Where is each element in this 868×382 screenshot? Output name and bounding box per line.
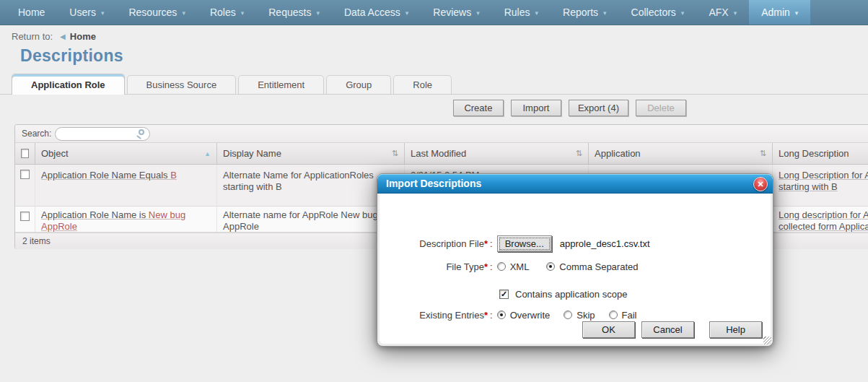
cancel-button[interactable]: Cancel <box>641 321 694 338</box>
tab-application-role[interactable]: Application Role <box>12 74 125 95</box>
nav-item-label: Home <box>18 6 45 18</box>
application-scope-row: ✓ Contains application scope <box>380 285 760 303</box>
create-button[interactable]: Create <box>453 100 504 116</box>
row-checkbox[interactable] <box>20 212 30 221</box>
search-box <box>55 127 150 141</box>
nav-item-users[interactable]: Users▾ <box>57 0 116 25</box>
nav-item-label: Roles <box>210 6 236 18</box>
description-file-label: Description File <box>419 238 484 249</box>
nav-item-admin[interactable]: Admin▾ <box>749 0 810 25</box>
nav-item-reports[interactable]: Reports▾ <box>551 0 619 25</box>
sort-icon: ⇅ <box>576 149 582 158</box>
tab-group[interactable]: Group <box>326 75 391 94</box>
selected-filename: approle_desc1.csv.txt <box>560 238 650 249</box>
close-icon[interactable]: ✕ <box>753 177 768 191</box>
browse-button[interactable]: Browse... <box>497 235 552 252</box>
column-header-application[interactable]: Application⇅ <box>589 143 773 164</box>
radio-skip[interactable] <box>564 311 572 319</box>
breadcrumb-home-link[interactable]: Home <box>70 31 96 42</box>
row-checkbox[interactable] <box>20 170 30 179</box>
existing-entries-option-skip[interactable]: Skip <box>564 310 595 321</box>
column-header-display-name[interactable]: Display Name⇅ <box>217 143 405 164</box>
nav-item-label: AFX <box>709 6 728 18</box>
export-button[interactable]: Export (4) <box>569 100 628 116</box>
file-type-option-xml[interactable]: XML <box>497 261 530 272</box>
dialog-title: Import Descriptions <box>386 178 481 189</box>
required-mark: * <box>484 238 488 249</box>
import-descriptions-dialog: Import Descriptions ✕ Description File* … <box>377 173 773 347</box>
nav-item-reviews[interactable]: Reviews▾ <box>421 0 491 25</box>
select-all-checkbox-cell <box>15 143 35 164</box>
chevron-down-icon: ▾ <box>241 8 245 17</box>
nav-item-label: Reviews <box>433 6 471 18</box>
chevron-down-icon: ▾ <box>101 8 105 17</box>
column-header-object[interactable]: Object▲ <box>35 143 217 164</box>
nav-item-data-access[interactable]: Data Access▾ <box>332 0 421 25</box>
column-header-long-description[interactable]: Long Description <box>773 143 868 164</box>
label-colon: : <box>490 310 493 321</box>
search-label: Search: <box>22 129 51 139</box>
label-colon: : <box>490 261 493 272</box>
nav-item-requests[interactable]: Requests▾ <box>256 0 332 25</box>
select-all-checkbox[interactable] <box>21 149 29 158</box>
dialog-title-bar[interactable]: Import Descriptions <box>377 174 773 194</box>
sort-ascending-icon: ▲ <box>204 150 211 157</box>
nav-item-label: Data Access <box>344 6 400 18</box>
object-link[interactable]: B <box>170 170 177 181</box>
required-mark: * <box>484 310 488 321</box>
tab-strip: Application Role Business Source Entitle… <box>0 75 868 95</box>
long-description-cell: Long description for App collected form … <box>773 207 868 232</box>
existing-entries-option-fail[interactable]: Fail <box>609 310 637 321</box>
top-nav: Home Users▾ Resources▾ Roles▾ Requests▾ … <box>0 0 868 25</box>
nav-item-resources[interactable]: Resources▾ <box>116 0 197 25</box>
ok-button[interactable]: OK <box>582 321 635 338</box>
required-mark: * <box>484 261 488 272</box>
column-header-last-modified[interactable]: Last Modified⇅ <box>405 143 589 164</box>
chevron-down-icon: ▾ <box>603 8 607 17</box>
file-type-row: File Type* : XML Comma Separated <box>380 258 760 275</box>
sort-icon: ⇅ <box>392 149 398 158</box>
delete-button[interactable]: Delete <box>636 100 686 116</box>
tab-business-source[interactable]: Business Source <box>127 75 237 94</box>
nav-item-afx[interactable]: AFX▾ <box>696 0 749 25</box>
description-file-row: Description File* : Browse... approle_de… <box>380 235 760 252</box>
radio-fail[interactable] <box>609 311 618 319</box>
search-icon[interactable] <box>139 129 144 135</box>
tab-entitlement[interactable]: Entitlement <box>238 75 324 94</box>
resize-handle[interactable] <box>763 337 771 344</box>
file-type-label: File Type <box>446 261 484 272</box>
grid-search-bar: Search: <box>15 125 868 143</box>
tab-role[interactable]: Role <box>393 75 452 94</box>
radio-xml[interactable] <box>497 262 506 271</box>
long-description-cell: Long Description for App starting with B <box>773 165 868 206</box>
existing-entries-option-overwrite[interactable]: Overwrite <box>497 310 551 321</box>
chevron-down-icon: ▾ <box>734 8 737 17</box>
nav-item-roles[interactable]: Roles▾ <box>198 0 256 25</box>
chevron-down-icon: ▾ <box>535 8 539 17</box>
grid-header-row: Object▲ Display Name⇅ Last Modified⇅ App… <box>15 143 868 165</box>
return-to-label: Return to: <box>12 31 53 42</box>
nav-item-home[interactable]: Home <box>6 0 57 25</box>
page-title: Descriptions <box>20 46 123 66</box>
import-button[interactable]: Import <box>511 100 561 116</box>
contains-application-scope-label: Contains application scope <box>515 289 627 300</box>
contains-application-scope-checkbox[interactable]: ✓ <box>499 290 509 299</box>
dialog-button-bar: OK Cancel Help <box>582 321 762 338</box>
help-button[interactable]: Help <box>709 321 762 338</box>
nav-item-rules[interactable]: Rules▾ <box>492 0 551 25</box>
radio-comma-separated[interactable] <box>546 262 555 271</box>
row-checkbox-cell <box>15 165 35 206</box>
nav-item-label: Reports <box>563 6 598 18</box>
nav-item-collectors[interactable]: Collectors▾ <box>619 0 697 25</box>
back-arrow-icon: ◀ <box>60 32 66 40</box>
radio-overwrite[interactable] <box>497 311 506 319</box>
chevron-down-icon: ▾ <box>405 8 409 17</box>
sort-icon: ⇅ <box>760 149 766 158</box>
chevron-down-icon: ▾ <box>795 8 799 17</box>
nav-item-label: Requests <box>268 6 311 18</box>
action-toolbar: Create Import Export (4) Delete <box>0 100 686 117</box>
object-cell: Application Role Name is New bug AppRole <box>35 207 217 232</box>
file-type-option-comma-separated[interactable]: Comma Separated <box>546 261 638 272</box>
existing-entries-label: Existing Entries <box>419 310 484 321</box>
search-input[interactable] <box>55 127 150 141</box>
